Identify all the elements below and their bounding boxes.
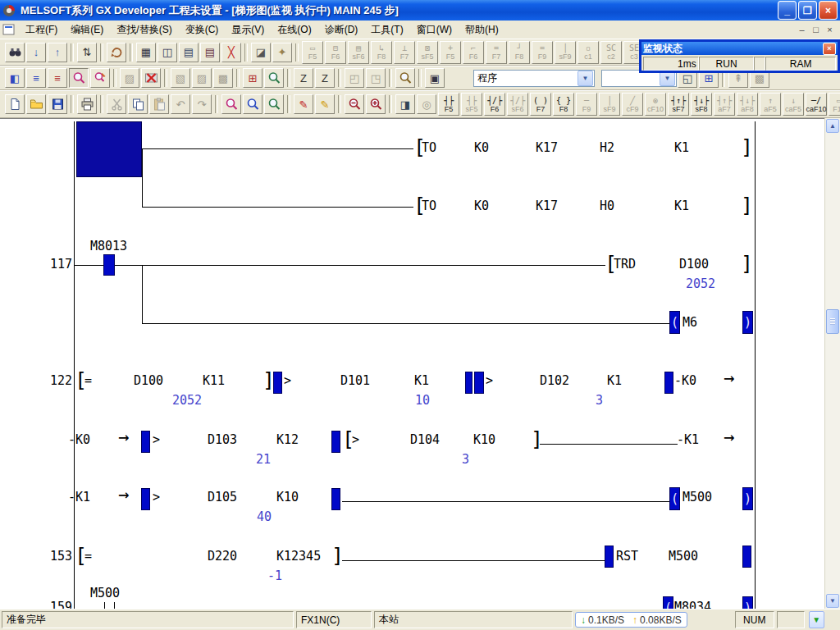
menu-item-1[interactable]: 编辑(E) bbox=[64, 21, 110, 39]
sfc-rule2-button[interactable]: =F7 bbox=[486, 41, 507, 64]
find-prev-icon[interactable]: ↑ bbox=[48, 43, 67, 62]
sfc-rule5-button[interactable]: │sF9 bbox=[555, 41, 576, 64]
sfc-rule1-button[interactable]: ⌐F6 bbox=[463, 41, 484, 64]
comment-monitor-button[interactable] bbox=[264, 94, 284, 114]
sfc-dummy-button[interactable]: ⊠sF5 bbox=[417, 41, 438, 64]
sfc-c1-button[interactable]: ▫c1 bbox=[578, 41, 599, 64]
menu-item-5[interactable]: 在线(O) bbox=[271, 21, 317, 39]
sfc-sel-button[interactable]: ▤sF6 bbox=[348, 41, 369, 64]
delete-x-icon[interactable]: ╳ bbox=[221, 43, 241, 62]
delete-row-icon[interactable]: ▤ bbox=[200, 43, 220, 62]
edit-block1-icon[interactable]: ▧ bbox=[171, 68, 190, 88]
sfc-step-button[interactable]: ▭F5 bbox=[302, 41, 323, 64]
read-mode-icon[interactable]: ≡ bbox=[26, 68, 46, 88]
device-test-off-button[interactable]: ✎ bbox=[315, 94, 335, 114]
chevron-down-icon[interactable]: ▼ bbox=[578, 71, 593, 86]
falling-pulse-button[interactable]: ┤↓├sF8 bbox=[691, 93, 712, 116]
monitor-mode-icon[interactable] bbox=[69, 68, 89, 88]
page-copy-icon[interactable]: ◪ bbox=[251, 43, 271, 62]
monitor-close-icon[interactable]: × bbox=[823, 43, 836, 55]
ladder-selection-cursor[interactable] bbox=[76, 121, 142, 177]
sfc-end-button[interactable]: ⊥F7 bbox=[394, 41, 415, 64]
menu-item-4[interactable]: 显示(V) bbox=[225, 21, 271, 39]
menu-item-7[interactable]: 工具(T) bbox=[364, 21, 409, 39]
sfc-zoom1-icon[interactable]: Z bbox=[294, 68, 313, 88]
restore-button[interactable]: ❐ bbox=[798, 1, 817, 20]
falling-pulse-or-button[interactable]: ┤↓├aF8 bbox=[737, 93, 758, 116]
menu-item-9[interactable]: 帮助(H) bbox=[459, 21, 505, 39]
mdi-close-button[interactable]: × bbox=[823, 24, 837, 36]
sfc-trans-button[interactable]: ⊟F6 bbox=[325, 41, 346, 64]
rising-pulse-button[interactable]: ┤↑├sF7 bbox=[668, 93, 689, 116]
mdi-minimize-button[interactable]: – bbox=[795, 24, 809, 36]
comment-view-icon[interactable]: ▣ bbox=[425, 68, 445, 88]
sfc-zoom2-icon[interactable]: Z bbox=[315, 68, 335, 88]
invert-up-button[interactable]: ↑aF5 bbox=[760, 93, 781, 116]
print-button[interactable] bbox=[77, 94, 97, 114]
rising-pulse-or-button[interactable]: ┤↑├aF7 bbox=[714, 93, 735, 116]
delete-vline-button[interactable]: ⊗cF10 bbox=[645, 93, 666, 116]
block-list2-icon[interactable]: ◳ bbox=[366, 68, 386, 88]
sfc-rule4-button[interactable]: =F9 bbox=[532, 41, 553, 64]
hand-tool-icon[interactable]: ✦ bbox=[272, 43, 292, 62]
minimize-button[interactable]: _ bbox=[778, 1, 797, 20]
open-project-button[interactable] bbox=[26, 94, 46, 114]
sfc-rule3-button[interactable]: ┘F8 bbox=[509, 41, 530, 64]
stop-monitor-icon[interactable] bbox=[141, 68, 161, 88]
sampling-trace-icon[interactable] bbox=[264, 68, 284, 88]
close-button[interactable]: × bbox=[819, 1, 838, 20]
open-contact-or-button[interactable]: ┤├sF5 bbox=[461, 93, 482, 116]
invert-down-button[interactable]: ↓caF5 bbox=[783, 93, 804, 116]
cut-button[interactable] bbox=[107, 94, 126, 114]
open-contact-button[interactable]: ┤├F5 bbox=[438, 93, 459, 116]
program-convert-icon[interactable] bbox=[107, 43, 126, 62]
menu-item-6[interactable]: 诊断(D) bbox=[318, 21, 365, 39]
cascade-windows-icon[interactable]: ◫ bbox=[158, 43, 177, 62]
horizontal-line-button[interactable]: ─F9 bbox=[576, 93, 597, 116]
ladder-monitor-button[interactable] bbox=[221, 94, 241, 114]
save-project-button[interactable] bbox=[48, 94, 67, 114]
write-mode-icon[interactable]: ≡ bbox=[48, 68, 67, 88]
mdi-restore-button[interactable]: □ bbox=[809, 24, 823, 36]
zoom-in-button[interactable] bbox=[366, 94, 386, 114]
sfc-jump-button[interactable]: ↳F8 bbox=[371, 41, 392, 64]
closed-contact-button[interactable]: ┤/├F6 bbox=[484, 93, 505, 116]
menu-item-2[interactable]: 查找/替换(S) bbox=[110, 21, 178, 39]
application-instruction-button[interactable]: { }F8 bbox=[553, 93, 574, 116]
edit-block2-icon[interactable]: ▨ bbox=[192, 68, 212, 88]
insert-row-icon[interactable]: ▤ bbox=[179, 43, 199, 62]
vertical-line-button[interactable]: │sF9 bbox=[599, 93, 620, 116]
redo-button[interactable]: ↷ bbox=[192, 94, 212, 114]
sfc-vline-button[interactable]: +F5 bbox=[440, 41, 461, 64]
branch-line-button[interactable]: ▭F10 bbox=[829, 93, 840, 116]
coil-button[interactable]: ( )F7 bbox=[530, 93, 551, 116]
menu-item-8[interactable]: 窗口(W) bbox=[410, 21, 459, 39]
delete-hline-button[interactable]: ╱cF9 bbox=[622, 93, 643, 116]
scroll-down-button[interactable]: ▼ bbox=[826, 594, 839, 608]
closed-contact-or-button[interactable]: ┤/├sF6 bbox=[507, 93, 528, 116]
menu-item-3[interactable]: 变换(C) bbox=[179, 21, 226, 39]
sfc-c2-button[interactable]: SCc2 bbox=[600, 41, 622, 64]
zoom-out-button[interactable] bbox=[345, 94, 364, 114]
vertical-scrollbar[interactable]: ▲ ▼ bbox=[824, 118, 840, 609]
scroll-up-button[interactable]: ▲ bbox=[826, 119, 839, 133]
ladder-logic-test-icon[interactable]: ◧ bbox=[5, 68, 25, 88]
phone-line-icon[interactable]: ▨ bbox=[120, 68, 139, 88]
monitor-write-mode-icon[interactable] bbox=[90, 68, 110, 88]
device-test-on-button[interactable]: ✎ bbox=[294, 94, 313, 114]
ladder-diagram-canvas[interactable]: ()()()[TOK0K17H2K1][TOK0K17H0K1]117M8013… bbox=[0, 118, 824, 609]
edit-block3-icon[interactable]: ▩ bbox=[213, 68, 233, 88]
new-project-button[interactable] bbox=[5, 94, 25, 114]
monitor-status-titlebar[interactable]: 监视状态 × bbox=[641, 42, 838, 55]
find-next-icon[interactable]: ↓ bbox=[26, 43, 46, 62]
device-batch-icon[interactable]: ⊞ bbox=[243, 68, 262, 88]
device-monitor-button[interactable] bbox=[243, 94, 262, 114]
invert-result-button[interactable]: ─/caF10 bbox=[806, 93, 827, 116]
undo-button[interactable]: ↶ bbox=[171, 94, 190, 114]
network-test-icon[interactable] bbox=[395, 68, 415, 88]
scroll-thumb[interactable] bbox=[826, 309, 839, 334]
insert-mode-icon[interactable]: ⇅ bbox=[77, 43, 97, 62]
find-device-icon[interactable] bbox=[5, 43, 25, 62]
copy-button[interactable] bbox=[128, 94, 148, 114]
block-list1-icon[interactable]: ◰ bbox=[345, 68, 364, 88]
